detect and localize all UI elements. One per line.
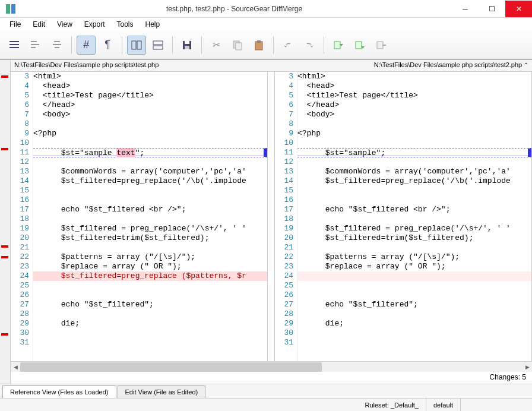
- menu-tools[interactable]: Tools: [111, 19, 140, 30]
- code-line[interactable]: $patterns = array ("/[\s]/");: [33, 252, 267, 262]
- diff-marker[interactable]: [1, 148, 8, 150]
- scroll-right-icon[interactable]: ▶: [522, 362, 532, 372]
- code-line[interactable]: [297, 290, 531, 300]
- menu-edit[interactable]: Edit: [27, 19, 51, 30]
- code-line[interactable]: [297, 281, 531, 290]
- code-line[interactable]: [297, 271, 531, 281]
- right-code-text[interactable]: <html> <head> <title>Test page</title> <…: [297, 72, 531, 361]
- code-line[interactable]: [297, 214, 531, 224]
- code-line[interactable]: $replace = array (" OR ");: [33, 262, 267, 271]
- prev-diff-icon[interactable]: [350, 36, 369, 55]
- align-center-icon[interactable]: [48, 36, 66, 55]
- diff-overview-ruler[interactable]: [0, 60, 11, 384]
- code-line[interactable]: die;: [33, 319, 267, 328]
- menu-export[interactable]: Export: [78, 19, 111, 30]
- code-line[interactable]: [297, 186, 531, 195]
- code-line[interactable]: echo "$st_filtered";: [297, 300, 531, 309]
- code-line[interactable]: <title>Test page</title>: [33, 91, 267, 100]
- hash-icon[interactable]: #: [77, 36, 96, 55]
- code-line[interactable]: $commonWords = array('computer','pc','a': [297, 167, 531, 176]
- left-code-text[interactable]: <html> <head> <title>Test page</title> <…: [33, 72, 267, 361]
- code-line[interactable]: echo "$st_filtered <br />";: [33, 205, 267, 214]
- code-line[interactable]: $st="sample";: [297, 148, 531, 157]
- code-line[interactable]: <html>: [297, 72, 531, 81]
- code-line[interactable]: [33, 243, 267, 252]
- maximize-button[interactable]: ☐: [479, 1, 505, 17]
- code-line[interactable]: [297, 157, 531, 167]
- code-line[interactable]: [33, 157, 267, 167]
- next-diff-icon[interactable]: [329, 36, 348, 55]
- code-line[interactable]: $patterns = array ("/[\s]/");: [297, 252, 531, 262]
- menu-help[interactable]: Help: [140, 19, 166, 30]
- code-line[interactable]: echo "$st_filtered <br />";: [297, 205, 531, 214]
- pilcrow-icon[interactable]: ¶: [98, 36, 117, 55]
- code-line[interactable]: [33, 338, 267, 347]
- code-line[interactable]: [297, 243, 531, 252]
- right-file-path[interactable]: N:\TestFiles\Dev Files\sample php script…: [271, 60, 532, 71]
- code-line[interactable]: [297, 138, 531, 148]
- tab-reference-view[interactable]: Reference View (Files as Loaded): [2, 385, 116, 398]
- horizontal-scrollbar[interactable]: ◀ ▶: [11, 361, 532, 372]
- left-code-pane[interactable]: 3456789101112131415161718192021222324252…: [11, 72, 268, 361]
- undo-icon[interactable]: [278, 36, 297, 55]
- diff-marker[interactable]: [1, 245, 8, 248]
- copy-icon[interactable]: [228, 36, 247, 55]
- save-icon[interactable]: [178, 36, 197, 55]
- code-line[interactable]: [297, 328, 531, 338]
- diff-marker[interactable]: [1, 333, 8, 336]
- scroll-left-icon[interactable]: ◀: [11, 362, 20, 372]
- code-line[interactable]: <?php: [33, 129, 267, 138]
- code-line[interactable]: [297, 309, 531, 319]
- code-line[interactable]: <head>: [33, 81, 267, 91]
- menu-view[interactable]: View: [51, 19, 78, 30]
- code-line[interactable]: [33, 119, 267, 129]
- code-line[interactable]: [33, 214, 267, 224]
- merge-icon[interactable]: [372, 36, 391, 55]
- cut-icon[interactable]: ✂: [207, 36, 226, 55]
- code-line[interactable]: $replace = array (" OR ");: [297, 262, 531, 271]
- menu-file[interactable]: File: [4, 19, 27, 30]
- code-line[interactable]: <body>: [297, 110, 531, 119]
- code-line[interactable]: <?php: [297, 129, 531, 138]
- code-line[interactable]: [297, 195, 531, 205]
- close-button[interactable]: ✕: [505, 1, 532, 17]
- code-line[interactable]: echo "$st_filtered";: [33, 300, 267, 309]
- align-left-icon[interactable]: [26, 36, 45, 55]
- redo-icon[interactable]: [300, 36, 319, 55]
- code-line[interactable]: $st="sample text";: [33, 148, 267, 157]
- code-line[interactable]: $st_filtered=preg_replace('/\b('.implode: [33, 176, 267, 186]
- code-line[interactable]: <html>: [33, 72, 267, 81]
- code-line[interactable]: [33, 309, 267, 319]
- code-line[interactable]: [297, 119, 531, 129]
- code-line[interactable]: <title>Test page</title>: [297, 91, 531, 100]
- code-line[interactable]: $st_filtered = preg_replace('/\s+/', ' ': [33, 224, 267, 233]
- code-line[interactable]: [33, 195, 267, 205]
- split-vertical-icon[interactable]: [127, 36, 146, 55]
- align-all-icon[interactable]: [5, 36, 24, 55]
- code-line[interactable]: </head>: [297, 100, 531, 110]
- diff-marker[interactable]: [1, 256, 8, 258]
- code-line[interactable]: die;: [297, 319, 531, 328]
- code-line[interactable]: [33, 328, 267, 338]
- scroll-thumb[interactable]: [20, 362, 322, 372]
- diff-marker[interactable]: [1, 75, 8, 78]
- code-line[interactable]: $st_filtered=preg_replace ($patterns, $r: [33, 271, 267, 281]
- code-line[interactable]: $st_filtered=preg_replace('/\b('.implode: [297, 176, 531, 186]
- code-line[interactable]: $st_filtered=trim($st_filtered);: [297, 233, 531, 243]
- minimize-button[interactable]: ─: [452, 1, 479, 17]
- code-line[interactable]: [33, 290, 267, 300]
- code-line[interactable]: </head>: [33, 100, 267, 110]
- code-line[interactable]: [297, 338, 531, 347]
- paste-icon[interactable]: [249, 36, 268, 55]
- code-line[interactable]: $commonWords = array('computer','pc','a': [33, 167, 267, 176]
- tab-edit-view[interactable]: Edit View (File as Edited): [118, 385, 206, 398]
- code-line[interactable]: [33, 281, 267, 290]
- right-code-pane[interactable]: 3456789101112131415161718192021222324252…: [275, 72, 532, 361]
- code-line[interactable]: $st_filtered=trim($st_filtered);: [33, 233, 267, 243]
- code-line[interactable]: $st_filtered = preg_replace('/\s+/', ' ': [297, 224, 531, 233]
- code-line[interactable]: [33, 138, 267, 148]
- code-line[interactable]: <head>: [297, 81, 531, 91]
- code-line[interactable]: <body>: [33, 110, 267, 119]
- code-line[interactable]: [33, 186, 267, 195]
- split-horizontal-icon[interactable]: [148, 36, 167, 55]
